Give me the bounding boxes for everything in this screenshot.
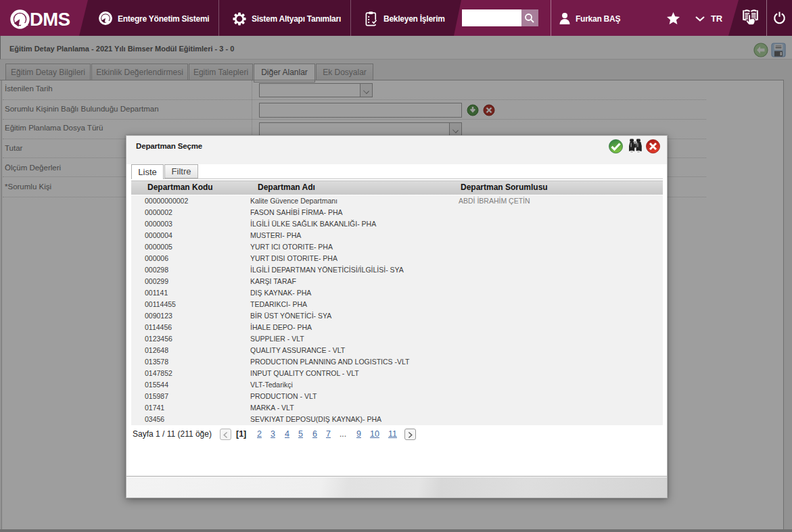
svg-text:DMS: DMS — [30, 9, 70, 30]
